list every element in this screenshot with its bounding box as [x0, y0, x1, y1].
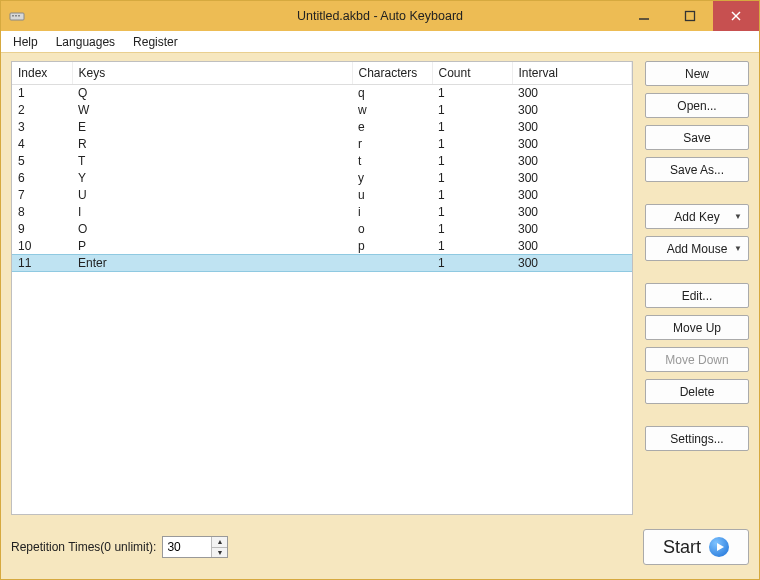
table-row[interactable]: 2Ww1300: [12, 102, 632, 119]
chevron-down-icon: ▼: [734, 244, 742, 253]
keys-grid[interactable]: Index Keys Characters Count Interval 1Qq…: [11, 61, 633, 515]
cell-interval: 300: [512, 102, 632, 119]
table-row[interactable]: 5Tt1300: [12, 153, 632, 170]
delete-button[interactable]: Delete: [645, 379, 749, 404]
add-key-button[interactable]: Add Key ▼: [645, 204, 749, 229]
cell-index: 2: [12, 102, 72, 119]
col-header-interval[interactable]: Interval: [512, 62, 632, 85]
window-controls: [621, 1, 759, 31]
repetition-spinner[interactable]: ▲ ▼: [162, 536, 228, 558]
cell-count: 1: [432, 153, 512, 170]
spinner-up-button[interactable]: ▲: [212, 537, 227, 547]
cell-chars: e: [352, 119, 432, 136]
svg-rect-3: [18, 15, 20, 17]
move-up-button[interactable]: Move Up: [645, 315, 749, 340]
cell-interval: 300: [512, 187, 632, 204]
table-row[interactable]: 6Yy1300: [12, 170, 632, 187]
cell-index: 11: [12, 255, 72, 272]
grid-header-row: Index Keys Characters Count Interval: [12, 62, 632, 85]
table-row[interactable]: 7Uu1300: [12, 187, 632, 204]
cell-count: 1: [432, 170, 512, 187]
open-button[interactable]: Open...: [645, 93, 749, 118]
col-header-index[interactable]: Index: [12, 62, 72, 85]
new-button[interactable]: New: [645, 61, 749, 86]
repetition-label: Repetition Times(0 unlimit):: [11, 540, 156, 554]
cell-keys: Q: [72, 85, 352, 102]
cell-count: 1: [432, 221, 512, 238]
repetition-input[interactable]: [163, 537, 211, 557]
minimize-button[interactable]: [621, 1, 667, 31]
cell-chars: r: [352, 136, 432, 153]
table-row[interactable]: 11Enter1300: [12, 255, 632, 272]
cell-keys: E: [72, 119, 352, 136]
cell-count: 1: [432, 204, 512, 221]
table-row[interactable]: 4Rr1300: [12, 136, 632, 153]
side-buttons: New Open... Save Save As... Add Key ▼ Ad…: [645, 61, 749, 515]
cell-index: 3: [12, 119, 72, 136]
add-mouse-button[interactable]: Add Mouse ▼: [645, 236, 749, 261]
cell-chars: i: [352, 204, 432, 221]
start-label: Start: [663, 537, 701, 558]
cell-keys: R: [72, 136, 352, 153]
cell-index: 10: [12, 238, 72, 255]
menu-help[interactable]: Help: [5, 33, 46, 51]
cell-count: 1: [432, 238, 512, 255]
cell-interval: 300: [512, 85, 632, 102]
cell-keys: O: [72, 221, 352, 238]
col-header-characters[interactable]: Characters: [352, 62, 432, 85]
col-header-count[interactable]: Count: [432, 62, 512, 85]
cell-chars: y: [352, 170, 432, 187]
save-button[interactable]: Save: [645, 125, 749, 150]
save-as-button[interactable]: Save As...: [645, 157, 749, 182]
cell-count: 1: [432, 255, 512, 272]
cell-index: 8: [12, 204, 72, 221]
cell-count: 1: [432, 102, 512, 119]
cell-keys: T: [72, 153, 352, 170]
chevron-down-icon: ▼: [734, 212, 742, 221]
table-row[interactable]: 10Pp1300: [12, 238, 632, 255]
cell-keys: Y: [72, 170, 352, 187]
settings-button[interactable]: Settings...: [645, 426, 749, 451]
main-row: Index Keys Characters Count Interval 1Qq…: [11, 61, 749, 515]
cell-interval: 300: [512, 221, 632, 238]
svg-rect-2: [15, 15, 17, 17]
cell-interval: 300: [512, 170, 632, 187]
bottom-row: Repetition Times(0 unlimit): ▲ ▼ Start: [11, 527, 749, 567]
cell-count: 1: [432, 119, 512, 136]
table-row[interactable]: 8Ii1300: [12, 204, 632, 221]
table-row[interactable]: 9Oo1300: [12, 221, 632, 238]
svg-rect-5: [686, 12, 695, 21]
cell-chars: o: [352, 221, 432, 238]
svg-rect-1: [12, 15, 14, 17]
cell-keys: P: [72, 238, 352, 255]
app-icon: [9, 8, 25, 24]
close-button[interactable]: [713, 1, 759, 31]
move-down-button[interactable]: Move Down: [645, 347, 749, 372]
cell-index: 6: [12, 170, 72, 187]
col-header-keys[interactable]: Keys: [72, 62, 352, 85]
menu-register[interactable]: Register: [125, 33, 186, 51]
cell-keys: I: [72, 204, 352, 221]
menu-languages[interactable]: Languages: [48, 33, 123, 51]
table-row[interactable]: 1Qq1300: [12, 85, 632, 102]
content-area: Index Keys Characters Count Interval 1Qq…: [1, 53, 759, 579]
cell-chars: p: [352, 238, 432, 255]
cell-index: 9: [12, 221, 72, 238]
cell-count: 1: [432, 187, 512, 204]
cell-interval: 300: [512, 204, 632, 221]
cell-count: 1: [432, 85, 512, 102]
add-key-label: Add Key: [674, 210, 719, 224]
cell-index: 1: [12, 85, 72, 102]
cell-interval: 300: [512, 153, 632, 170]
spinner-down-button[interactable]: ▼: [212, 547, 227, 558]
cell-keys: Enter: [72, 255, 352, 272]
cell-index: 4: [12, 136, 72, 153]
cell-chars: u: [352, 187, 432, 204]
cell-index: 7: [12, 187, 72, 204]
edit-button[interactable]: Edit...: [645, 283, 749, 308]
maximize-button[interactable]: [667, 1, 713, 31]
cell-index: 5: [12, 153, 72, 170]
start-button[interactable]: Start: [643, 529, 749, 565]
table-row[interactable]: 3Ee1300: [12, 119, 632, 136]
cell-chars: w: [352, 102, 432, 119]
